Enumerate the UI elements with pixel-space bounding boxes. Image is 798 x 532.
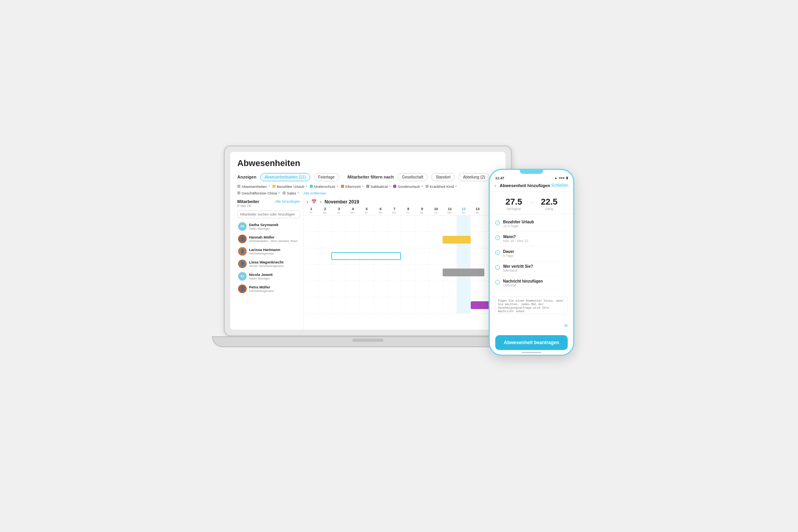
calendar-cell[interactable] — [415, 232, 429, 248]
phone-form-row[interactable]: Wer vertritt Sie? Niemand — [495, 261, 568, 276]
calendar-cell[interactable] — [304, 281, 318, 297]
calendar-cell[interactable] — [360, 232, 374, 248]
submit-btn[interactable]: Abwesenheit beantragen — [495, 335, 568, 350]
calendar-cell[interactable] — [471, 232, 485, 248]
calendar-cell[interactable] — [360, 281, 374, 297]
phone-form-row[interactable]: Wann? Nov 18 - Nov 22 — [495, 232, 568, 246]
calendar-cell[interactable] — [332, 232, 346, 248]
calendar-cell[interactable] — [332, 297, 346, 313]
calendar-cell[interactable] — [374, 281, 388, 297]
calendar-cell[interactable] — [318, 297, 332, 313]
calendar-cell[interactable] — [346, 281, 360, 297]
calendar-cell[interactable] — [429, 216, 443, 232]
calendar-cell[interactable] — [457, 281, 471, 297]
gesellschaft-btn[interactable]: Gesellschaft — [397, 173, 427, 181]
phone-status-right: ▲ ●●● ▮ — [554, 176, 568, 180]
remove-all-btn[interactable]: Alle entfernen — [303, 191, 326, 195]
calendar-cell[interactable] — [415, 297, 429, 313]
calendar-cell[interactable] — [332, 216, 346, 232]
calendar-cell[interactable] — [346, 232, 360, 248]
phone-form-row[interactable]: Nachricht hinzufügen Optional — [495, 276, 568, 291]
calendar-cell[interactable] — [429, 297, 443, 313]
calendar-cell[interactable] — [429, 265, 443, 281]
calendar-cell[interactable] — [443, 297, 457, 313]
calendar-cell[interactable] — [415, 216, 429, 232]
calendar-right: ‹ 📅 › November 2019 1Fr.2sa.3so.4Mo.5Di.… — [304, 199, 498, 330]
emp-header: Mitarbeiter 8 von 74 Alle hinzufügen — [237, 199, 300, 208]
calendar-cell[interactable] — [360, 265, 374, 281]
employee-search-input[interactable] — [237, 210, 300, 218]
calendar-cell[interactable] — [401, 265, 415, 281]
calendar-cell[interactable] — [360, 216, 374, 232]
standort-btn[interactable]: Standort — [431, 173, 455, 181]
phone-form-row[interactable]: Bezahlter Urlaub 22.5 Tage — [495, 217, 568, 232]
calendar-cell[interactable] — [471, 216, 485, 232]
calendar-cell[interactable] — [443, 248, 457, 264]
calendar-cell[interactable] — [332, 265, 346, 281]
abteilung-btn[interactable]: Abteilung (2) — [459, 173, 489, 181]
calendar-cell[interactable] — [457, 216, 471, 232]
calendar-cell[interactable] — [304, 232, 318, 248]
calendar-cell[interactable] — [429, 248, 443, 264]
calendar-cell[interactable] — [415, 248, 429, 264]
calendar-cell[interactable] — [318, 248, 332, 264]
calendar-cell[interactable] — [401, 248, 415, 264]
calendar-cell[interactable] — [318, 265, 332, 281]
calendar-cell[interactable] — [401, 216, 415, 232]
calendar-cell[interactable] — [374, 297, 388, 313]
calendar-cell[interactable] — [457, 297, 471, 313]
calendar-cell[interactable] — [346, 216, 360, 232]
calendar-cell[interactable] — [415, 265, 429, 281]
day-number: 12 — [457, 207, 471, 211]
cal-prev-btn[interactable]: ‹ — [307, 199, 308, 205]
calendar-cell[interactable] — [387, 265, 401, 281]
phone-notch — [520, 170, 543, 174]
calendar-cell[interactable] — [346, 265, 360, 281]
calendar-cell[interactable] — [304, 248, 318, 264]
calendar-cell[interactable] — [332, 281, 346, 297]
calendar-cell[interactable] — [346, 297, 360, 313]
tag-item: Elternzeit × — [341, 184, 364, 189]
message-textarea[interactable] — [495, 296, 568, 314]
add-all-btn[interactable]: Alle hinzufügen — [275, 199, 300, 203]
calendar-cell[interactable] — [387, 232, 401, 248]
calendar-cell[interactable] — [387, 297, 401, 313]
home-bar — [522, 352, 541, 353]
back-arrow-icon[interactable]: ‹ — [494, 182, 496, 189]
calendar-icon[interactable]: 📅 — [311, 199, 317, 204]
phone-form-row[interactable]: Dauer 5 Tage — [495, 246, 568, 261]
calendar-cell[interactable] — [457, 248, 471, 264]
calendar-cell[interactable] — [304, 265, 318, 281]
ok-btn[interactable]: ok — [564, 323, 568, 327]
calendar-cell[interactable] — [318, 232, 332, 248]
calendar-cell[interactable] — [471, 281, 485, 297]
calendar-cell[interactable] — [401, 297, 415, 313]
calendar-cell[interactable] — [374, 265, 388, 281]
calendar-cell[interactable] — [471, 248, 485, 264]
calendar-row — [304, 232, 498, 248]
abwesenheitsarten-btn[interactable]: Abwesenheitsarten (11) — [260, 173, 310, 181]
calendar-cell[interactable] — [374, 216, 388, 232]
form-field-label: Dauer — [503, 249, 514, 254]
calendar-cell[interactable] — [318, 216, 332, 232]
calendar-cell[interactable] — [360, 297, 374, 313]
calendar-cell[interactable] — [304, 297, 318, 313]
calendar-cell[interactable] — [387, 281, 401, 297]
employee-avatar: 👤 — [238, 247, 247, 256]
calendar-cell[interactable] — [304, 216, 318, 232]
calendar-cell[interactable] — [429, 232, 443, 248]
cal-next-btn[interactable]: › — [320, 199, 321, 205]
day-name: so. — [332, 211, 346, 214]
calendar-cell[interactable] — [401, 281, 415, 297]
close-btn[interactable]: Schließen — [551, 183, 568, 187]
calendar-cell[interactable] — [401, 232, 415, 248]
calendar-cell[interactable] — [374, 232, 388, 248]
calendar-cell[interactable] — [443, 281, 457, 297]
calendar-grid: 1Fr.2sa.3so.4Mo.5Di.6Mi.7Do.8Fr.9sa.10so… — [304, 206, 498, 314]
calendar-cell[interactable] — [429, 281, 443, 297]
calendar-cell[interactable] — [415, 281, 429, 297]
calendar-cell[interactable] — [443, 216, 457, 232]
calendar-cell[interactable] — [318, 281, 332, 297]
calendar-cell[interactable] — [387, 216, 401, 232]
feiertage-btn[interactable]: Feiertage — [314, 173, 339, 181]
